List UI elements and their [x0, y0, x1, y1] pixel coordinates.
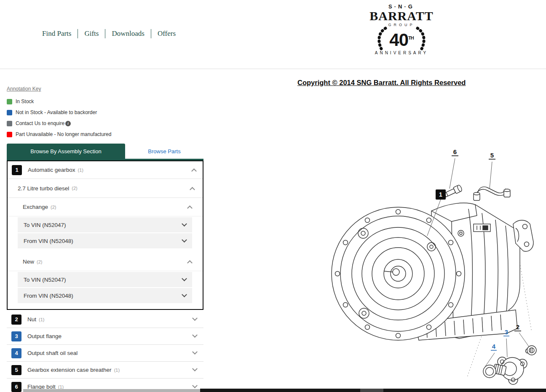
group-new[interactable]: New (2) [8, 253, 203, 271]
option-exchange-to-vin[interactable]: To VIN (N52047) [18, 217, 192, 232]
browse-tabs: Browse By Assembly Section Browse Parts [7, 144, 203, 160]
callout-4[interactable]: 4 [491, 343, 497, 350]
chevron-down-icon [192, 349, 198, 355]
nut-illustration [525, 346, 536, 355]
chevron-up-icon [187, 205, 193, 211]
callout-1-label[interactable]: 1 [439, 191, 442, 198]
chevron-down-icon [182, 221, 187, 227]
legend-item-in-stock: In Stock [7, 96, 111, 107]
chevron-down-icon [192, 383, 198, 388]
annotation-key-legend: In Stock Not in Stock - Available to bac… [7, 96, 111, 140]
section-number-badge: 1 [12, 165, 22, 175]
chevron-down-icon [182, 237, 187, 243]
callout-6-label: 6 [453, 148, 457, 155]
nav-downloads[interactable]: Downloads [105, 29, 150, 38]
annotation-key-title: Annotation Key [7, 86, 41, 92]
callout-2-label: 2 [516, 323, 519, 331]
legend-item-contact: Contact Us to enquire i [7, 118, 111, 129]
chevron-up-icon [187, 260, 193, 266]
assembly-panel: 1 Automatic gearbox (1) 2.7 Litre turbo … [7, 160, 203, 310]
output-flange-illustration [483, 357, 527, 384]
top-navigation: Find Parts Gifts Downloads Offers [42, 29, 182, 38]
chevron-down-icon [192, 315, 198, 321]
section-number-badge: 4 [11, 348, 21, 358]
info-icon[interactable]: i [65, 121, 71, 126]
backorder-swatch [7, 110, 12, 115]
header-divider [0, 69, 546, 69]
option-new-to-vin[interactable]: To VIN (N52047) [18, 272, 192, 287]
logo-40th: 40TH [389, 29, 413, 49]
nav-offers[interactable]: Offers [151, 29, 182, 38]
section-number-badge: 2 [11, 315, 21, 325]
callout-3-label[interactable]: 3 [505, 328, 508, 336]
laurel-left-icon [375, 26, 388, 51]
section-output-flange[interactable]: 3 Output flange [7, 328, 203, 345]
section-number-badge: 5 [11, 365, 21, 375]
horizontal-scrollbar-thumb[interactable] [23, 389, 200, 392]
section-gearbox-extension-case-breather[interactable]: 5 Gearbox extension case breather (1) [7, 362, 203, 379]
group-exchange[interactable]: Exchange (2) [8, 198, 203, 216]
option-new-from-vin[interactable]: From VIN (N52048) [18, 288, 192, 303]
chevron-down-icon [192, 366, 198, 371]
assembly-sections-list: 2 Nut (1) 3 Output flange 4 Output shaft… [7, 311, 203, 392]
gearbox-illustration [332, 203, 533, 340]
unavailable-swatch [7, 132, 12, 137]
contact-swatch [7, 121, 12, 126]
nav-gifts[interactable]: Gifts [78, 29, 105, 38]
breather-pipe-illustration [474, 187, 510, 200]
copyright-notice: Copyright © 2014 SNG Barratt. All Rights… [297, 79, 466, 87]
legend-item-unavailable: Part Unavailable - No longer manufacture… [7, 129, 111, 140]
chevron-down-icon [192, 332, 198, 338]
callout-5-label: 5 [490, 152, 494, 159]
laurel-right-icon [415, 26, 428, 51]
callout-6: 6 [452, 148, 458, 156]
section-nut[interactable]: 2 Nut (1) [7, 311, 203, 328]
logo-anniversary-text: ANNIVERSARY [359, 51, 444, 55]
footer-edge-segment [360, 389, 383, 392]
legend-item-backorder: Not in Stock - Available to backorder [7, 107, 111, 118]
chevron-down-icon [182, 292, 187, 297]
option-exchange-from-vin[interactable]: From VIN (N52048) [18, 233, 192, 248]
section-number-badge: 6 [11, 382, 21, 392]
tab-browse-by-assembly[interactable]: Browse By Assembly Section [7, 144, 125, 159]
nav-find-parts[interactable]: Find Parts [42, 29, 78, 38]
tab-browse-parts[interactable]: Browse Parts [125, 144, 203, 159]
chevron-up-icon [190, 187, 195, 192]
section-number-badge: 3 [11, 331, 21, 341]
in-stock-swatch [7, 99, 12, 104]
logo-barratt-text: BARRATT [359, 10, 444, 22]
chevron-down-icon [182, 276, 187, 281]
callout-4-label[interactable]: 4 [492, 343, 496, 350]
section-output-shaft-oil-seal[interactable]: 4 Output shaft oil seal [7, 345, 203, 362]
callout-5: 5 [489, 152, 495, 159]
sng-barratt-logo: S·N·G BARRATT GROUP 40TH ANNIVERSARY [359, 3, 444, 55]
parts-diagram: 1 6 5 2 3 4 [325, 141, 546, 386]
chevron-up-icon [191, 168, 197, 174]
variant-27-litre-turbo-diesel[interactable]: 2.7 Litre turbo diesel (2) [8, 179, 203, 198]
callout-1[interactable]: 1 [436, 189, 446, 200]
section-automatic-gearbox[interactable]: 1 Automatic gearbox (1) [8, 161, 203, 179]
